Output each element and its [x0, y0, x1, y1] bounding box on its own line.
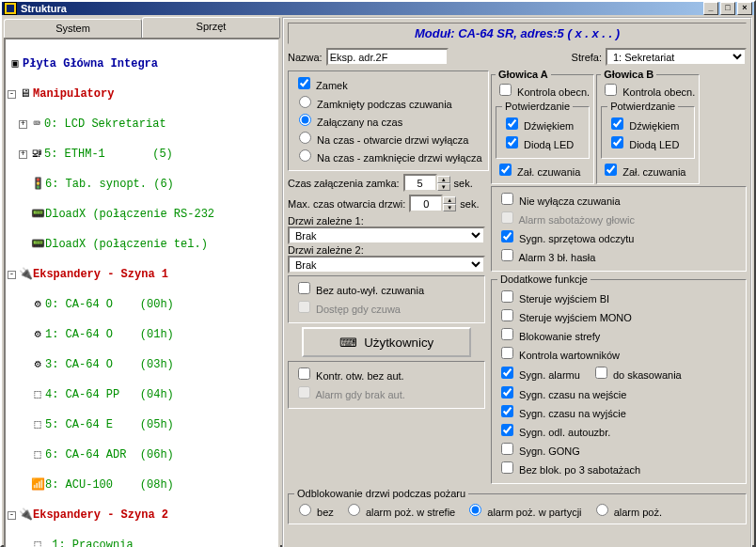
niewyl-check[interactable]: Nie wyłącza czuwania: [497, 190, 740, 208]
tree-root[interactable]: Płyta Główna Integra: [23, 56, 158, 71]
zalcz-a-check[interactable]: Zał. czuwania: [496, 161, 590, 179]
glowica-a-legend: Głowica A: [496, 69, 551, 80]
tree-view[interactable]: ▣Płyta Główna Integra -🖥Manipulatory +⌨0…: [4, 38, 280, 547]
tree-item[interactable]: DloadX (połączenie tel.): [45, 237, 208, 252]
dodfun-legend: Dodatkowe funkcje: [497, 274, 591, 285]
dz2-select[interactable]: Brak: [288, 256, 485, 274]
dodfun-group: Dodatkowe funkcje Steruje wyjściem BI St…: [491, 274, 747, 484]
odblok-legend: Odblokowanie drzwi podczas pożaru: [294, 488, 468, 499]
nazwa-label: Nazwa:: [288, 52, 323, 63]
dokas-check[interactable]: do skasowania: [591, 364, 682, 382]
kontwart-check[interactable]: Kontrola wartowników: [497, 344, 740, 362]
close-button[interactable]: ×: [737, 2, 752, 15]
stermono-check[interactable]: Steruje wyjściem MONO: [497, 306, 740, 324]
tree-group[interactable]: Manipulatory: [33, 86, 114, 102]
sygodl-check[interactable]: Sygn. odl. autouzbr.: [497, 421, 740, 439]
maximize-button[interactable]: □: [720, 2, 735, 15]
kontrola-a-check[interactable]: Kontrola obecn.: [496, 81, 590, 99]
odblok-radio[interactable]: alarm poż. w partycji: [465, 501, 581, 518]
glowica-b-group: Głowica B Kontrola obecn. Potwierdzanie …: [596, 69, 700, 184]
collapse-icon[interactable]: -: [8, 511, 16, 520]
nazwa-input[interactable]: [326, 48, 449, 66]
sygspr-check[interactable]: Sygn. sprzętowa odczytu: [497, 227, 740, 245]
tab-sprzet[interactable]: Sprzęt: [142, 17, 280, 38]
tree-item[interactable]: 3: CA-64 O (03h): [45, 357, 174, 372]
zamek-radio[interactable]: Na czas - zamknięcie drzwi wyłącza: [294, 147, 482, 164]
sygwe-check[interactable]: Sygn. czasu na wejście: [497, 383, 740, 401]
dostep-check: Dostęp gdy czuwa: [294, 298, 479, 316]
collapse-icon[interactable]: -: [8, 90, 16, 99]
app-icon: [4, 2, 17, 15]
minimize-button[interactable]: _: [703, 2, 718, 15]
zamek-check[interactable]: Zamek: [294, 74, 482, 92]
expand-icon[interactable]: +: [19, 150, 27, 159]
zalcz-b-check[interactable]: Zał. czuwania: [601, 161, 695, 179]
uzytkownicy-button[interactable]: ⌨ Użytkownicy: [302, 327, 471, 357]
odblok-group: Odblokowanie drzwi podczas pożaru bez al…: [288, 488, 747, 524]
alarmgdy-check: Alarm gdy brak aut.: [294, 383, 479, 401]
auto-group: Bez auto-wył. czuwania Dostęp gdy czuwa: [288, 275, 485, 323]
zamek-radio[interactable]: Na czas - otwarcie drzwi wyłącza: [294, 129, 482, 146]
dioda-b-check[interactable]: Diodą LED: [607, 133, 688, 151]
sygwy-check[interactable]: Sygn. czasu na wyjście: [497, 402, 740, 420]
al3bl-check[interactable]: Alarm 3 bł. hasła: [497, 246, 740, 264]
odblok-radio[interactable]: alarm poż.: [591, 501, 662, 518]
czas-zal-label: Czas załączenia zamka:: [288, 178, 400, 189]
tree-item[interactable]: 0: LCD Sekretariat: [44, 117, 166, 132]
tree-item[interactable]: 4: CA-64 PP (04h): [45, 387, 174, 402]
dzwiek-b-check[interactable]: Dźwiękiem: [607, 115, 688, 133]
bezblok-check[interactable]: Bez blok. po 3 sabotażach: [497, 459, 740, 477]
tree-item[interactable]: 5: ETHM-1 (5): [44, 147, 173, 162]
sygal-check[interactable]: Sygn. alarmu: [497, 364, 580, 382]
tree-item[interactable]: 1: Pracownia: [45, 538, 134, 547]
tree-item[interactable]: DloadX (połączenie RS-232: [45, 207, 214, 222]
dioda-a-check[interactable]: Diodą LED: [502, 133, 583, 151]
tree-group[interactable]: Ekspandery - Szyna 2: [33, 508, 168, 523]
glowica-a-group: Głowica A Kontrola obecn. Potwierdzanie …: [491, 69, 594, 184]
dz1-select[interactable]: Brak: [288, 227, 485, 244]
zamek-radio[interactable]: Zamknięty podczas czuwania: [294, 93, 482, 110]
tree-item[interactable]: 0: CA-64 O (00h): [45, 297, 174, 312]
glowica-b-legend: Głowica B: [601, 69, 656, 80]
zamek-radio[interactable]: Załączany na czas: [294, 111, 482, 128]
kontr-check[interactable]: Kontr. otw. bez aut.: [294, 365, 479, 383]
collapse-icon[interactable]: -: [8, 271, 16, 279]
spin-down-icon[interactable]: ▼: [437, 183, 450, 191]
max-otw-input[interactable]: [409, 195, 443, 212]
window-title: Struktura: [21, 3, 703, 14]
tree-group[interactable]: Ekspandery - Szyna 1: [33, 267, 168, 282]
tab-system[interactable]: System: [4, 19, 142, 38]
kontr-group: Kontr. otw. bez aut. Alarm gdy brak aut.: [288, 361, 485, 409]
tree-item[interactable]: 6: CA-64 ADR (06h): [45, 447, 174, 462]
spin-down-icon[interactable]: ▼: [443, 204, 456, 211]
strefa-label: Strefa:: [572, 52, 602, 63]
tree-item[interactable]: 8: ACU-100 (08h): [45, 477, 174, 492]
dz2-label: Drzwi zależne 2:: [288, 244, 364, 256]
tree-item[interactable]: 1: CA-64 O (01h): [45, 327, 174, 342]
dzwiek-a-check[interactable]: Dźwiękiem: [502, 115, 583, 133]
tree-item[interactable]: 6: Tab. synopt. (6): [45, 177, 174, 192]
spin-up-icon[interactable]: ▲: [443, 196, 456, 204]
czas-zal-input[interactable]: [403, 174, 437, 192]
keypad-icon: ⌨: [339, 336, 357, 350]
odblok-radio[interactable]: bez: [294, 501, 334, 518]
left-tabs: System Sprzęt: [4, 17, 280, 38]
alsab-check: Alarm sabotażowy głowic: [497, 209, 740, 227]
strefa-select[interactable]: 1: Sekretariat: [606, 48, 747, 66]
bez-auto-check[interactable]: Bez auto-wył. czuwania: [294, 279, 479, 297]
sterbi-check[interactable]: Steruje wyjściem BI: [497, 288, 740, 305]
module-header: Moduł: CA-64 SR, adres:5 ( x . x . . ): [288, 23, 747, 44]
expand-icon[interactable]: +: [19, 120, 27, 129]
kontrola-b-check[interactable]: Kontrola obecn.: [601, 81, 695, 99]
syggong-check[interactable]: Sygn. GONG: [497, 440, 740, 458]
zamek-group: Zamek Zamknięty podczas czuwania Załącza…: [288, 70, 489, 171]
misc-group: Nie wyłącza czuwania Alarm sabotażowy gł…: [491, 186, 747, 272]
blokstr-check[interactable]: Blokowanie strefy: [497, 325, 740, 343]
spin-up-icon[interactable]: ▲: [437, 176, 450, 183]
titlebar: Struktura _ □ ×: [2, 2, 754, 15]
odblok-radio[interactable]: alarm poż. w strefie: [343, 501, 455, 518]
max-otw-label: Max. czas otwarcia drzwi:: [288, 198, 405, 210]
dz1-label: Drzwi zależne 1:: [288, 215, 364, 227]
tree-item[interactable]: 5: CA-64 E (05h): [45, 417, 174, 432]
